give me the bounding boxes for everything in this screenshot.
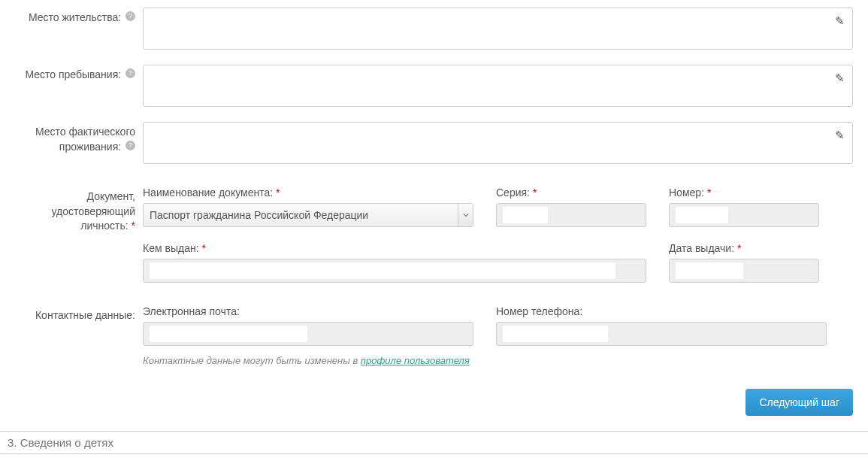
profile-link[interactable]: профиле пользователя bbox=[361, 355, 470, 366]
phone-input[interactable] bbox=[496, 322, 827, 346]
phone-label: Номер телефона: bbox=[496, 305, 827, 317]
required-mark: * bbox=[132, 220, 135, 232]
series-input[interactable] bbox=[496, 203, 646, 227]
row-stay: Место пребывания: ? ✎ bbox=[8, 65, 853, 107]
label-doc-l1: Документ, bbox=[87, 190, 135, 202]
row-actual: Место фактического проживания: ? ✎ bbox=[8, 122, 853, 164]
row-document: Документ, удостоверяющий личность: * Наи… bbox=[8, 186, 853, 283]
series-label: Серия: * bbox=[496, 186, 646, 199]
next-button[interactable]: Следующий шаг bbox=[746, 389, 853, 416]
doc-name-value: Паспорт гражданина Российской Федерации bbox=[150, 209, 368, 221]
email-label: Электронная почта: bbox=[143, 305, 473, 317]
help-icon[interactable]: ? bbox=[126, 11, 135, 21]
issued-by-label: Кем выдан: * bbox=[143, 242, 646, 254]
issue-date-label: Дата выдачи: * bbox=[669, 242, 819, 254]
number-label: Номер: * bbox=[669, 186, 819, 199]
label-actual: Место фактического проживания: ? bbox=[8, 122, 143, 154]
number-input[interactable] bbox=[669, 203, 819, 227]
help-icon[interactable]: ? bbox=[126, 141, 135, 150]
label-residence-text: Место жительства: bbox=[29, 11, 121, 23]
row-contacts: Контактные данные: Электронная почта: Но… bbox=[8, 305, 853, 366]
contacts-note: Контактные данные могут быть изменены в … bbox=[143, 355, 853, 366]
label-stay-text: Место пребывания: bbox=[25, 68, 121, 80]
pencil-icon[interactable]: ✎ bbox=[835, 14, 845, 28]
label-contacts-text: Контактные данные: bbox=[35, 309, 135, 321]
label-doc-l3: личность: bbox=[80, 220, 128, 232]
label-actual-l2: проживания: bbox=[59, 141, 121, 153]
chevron-down-icon[interactable] bbox=[458, 204, 473, 226]
stay-input[interactable]: ✎ bbox=[143, 65, 853, 107]
pencil-icon[interactable]: ✎ bbox=[835, 71, 845, 85]
label-contacts: Контактные данные: bbox=[8, 305, 143, 323]
label-document: Документ, удостоверяющий личность: * bbox=[8, 186, 143, 234]
issue-date-input[interactable] bbox=[669, 259, 819, 283]
email-input[interactable] bbox=[143, 322, 473, 346]
doc-name-label: Наименование документа: * bbox=[143, 186, 473, 199]
doc-name-select[interactable]: Паспорт гражданина Российской Федерации bbox=[143, 203, 473, 227]
issued-by-input[interactable] bbox=[143, 259, 646, 283]
label-actual-l1: Место фактического bbox=[35, 126, 135, 138]
label-stay: Место пребывания: ? bbox=[8, 65, 143, 83]
actual-input[interactable]: ✎ bbox=[143, 122, 853, 164]
label-residence: Место жительства: ? bbox=[8, 8, 143, 26]
row-residence: Место жительства: ? ✎ bbox=[8, 8, 853, 50]
section-3-header[interactable]: 3. Сведения о детях bbox=[0, 431, 868, 454]
label-doc-l2: удостоверяющий bbox=[52, 205, 135, 217]
pencil-icon[interactable]: ✎ bbox=[835, 129, 845, 142]
residence-input[interactable]: ✎ bbox=[143, 8, 853, 50]
help-icon[interactable]: ? bbox=[126, 68, 135, 78]
